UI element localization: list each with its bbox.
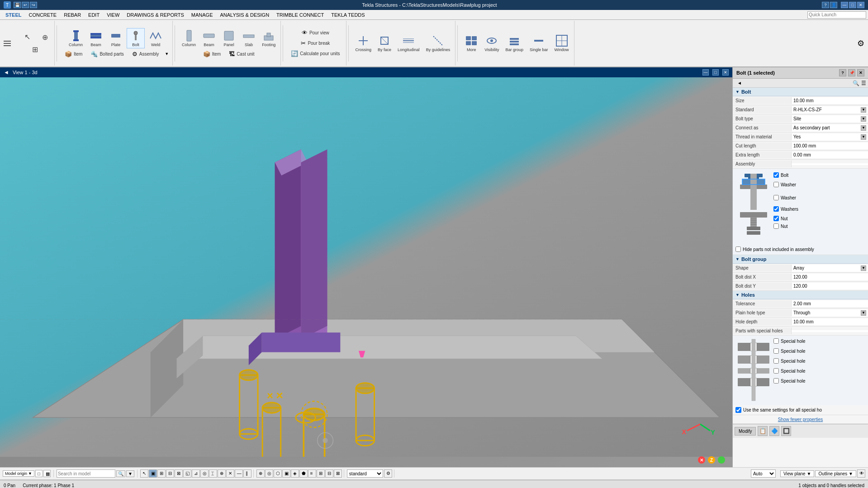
search-btn[interactable]: 🔍 — [116, 470, 125, 477]
menu-analysis[interactable]: ANALYSIS & DESIGN — [217, 11, 273, 19]
tool-btn-7[interactable]: ≡ — [308, 469, 316, 478]
sel-btn-7[interactable]: ⊿ — [192, 469, 200, 478]
select-tool2-btn[interactable]: ⊕ — [38, 32, 52, 43]
sel-btn-10[interactable]: ⊕ — [218, 469, 226, 478]
sel-btn-9[interactable]: ⌶ — [209, 469, 217, 478]
special-hole-1-checkbox[interactable] — [773, 338, 779, 344]
auto-dropdown[interactable]: Auto — [751, 469, 776, 478]
menu-manage[interactable]: MANAGE — [188, 11, 217, 19]
bar-group-btn[interactable]: Bar group — [503, 33, 526, 53]
viewport-restore[interactable]: □ — [712, 69, 719, 76]
washers-checkbox[interactable] — [773, 206, 779, 212]
thread-value[interactable]: Yes ▼ — [792, 133, 868, 141]
sel-btn-5[interactable]: ⊠ — [175, 469, 183, 478]
undo-btn[interactable]: ↩ — [22, 2, 29, 8]
select-tool-btn[interactable]: ↖ — [18, 31, 36, 43]
panel-close-icon[interactable]: ✕ — [857, 69, 864, 76]
menu-concrete[interactable]: CONCRETE — [25, 11, 60, 19]
sel-btn-13[interactable]: ∥ — [243, 469, 251, 478]
tool-btn-4[interactable]: ▣ — [282, 469, 290, 478]
special-hole-2-checkbox[interactable] — [773, 348, 779, 354]
hamburger-menu[interactable] — [2, 39, 13, 48]
tool-btn-10[interactable]: ⊠ — [334, 469, 342, 478]
connect-as-dropdown[interactable]: ▼ — [861, 125, 866, 131]
crossing-btn[interactable]: Crossing — [353, 33, 374, 53]
cast-unit-btn[interactable]: 🏗 Cast unit — [226, 49, 257, 59]
modify-btn[interactable]: Modify — [735, 427, 756, 436]
pour-break-btn[interactable]: ✂ Pour break — [298, 38, 333, 48]
plain-hole-dropdown[interactable]: ▼ — [861, 310, 866, 316]
search-model-input[interactable] — [57, 469, 115, 478]
special-hole-3-checkbox[interactable] — [773, 358, 779, 364]
washer1-checkbox[interactable] — [773, 182, 779, 187]
model-origin-btn[interactable]: Model origin ▼ — [3, 470, 34, 477]
tool-btn-6[interactable]: ⬟ — [299, 469, 308, 478]
view-plane-btn[interactable]: View plane ▼ — [780, 470, 814, 477]
menu-tedds[interactable]: TEKLA TEDDS — [327, 11, 368, 19]
sel-btn-3[interactable]: ⊞ — [157, 469, 166, 478]
bolt-section-header[interactable]: ▼ Bolt — [733, 88, 868, 96]
sel-btn-6[interactable]: ◱ — [183, 469, 191, 478]
panel-search-icon[interactable]: 🔍 — [853, 80, 859, 86]
beam-btn[interactable]: Beam — [87, 28, 105, 48]
connect-as-value[interactable]: As secondary part ▼ — [792, 124, 868, 132]
plain-hole-type-value[interactable]: Through ▼ — [792, 309, 868, 317]
viewport-nav-left[interactable]: ◄ — [4, 69, 9, 76]
search-options-btn[interactable]: ▼ — [126, 470, 134, 477]
panel-action-icon-3[interactable]: 🔲 — [781, 426, 791, 436]
bolt-group-section-header[interactable]: ▼ Bolt group — [733, 255, 868, 264]
special-hole-4-checkbox[interactable] — [773, 368, 779, 374]
quick-launch-input[interactable] — [807, 11, 866, 19]
bolt-type-dropdown[interactable]: ▼ — [861, 116, 866, 122]
weld-btn[interactable]: Weld — [147, 28, 165, 48]
expand-btn[interactable]: ▼ — [164, 51, 170, 57]
slab-btn[interactable]: Slab — [240, 28, 258, 48]
thread-dropdown[interactable]: ▼ — [861, 134, 866, 140]
tool-btn-2[interactable]: ◎ — [265, 469, 273, 478]
standard-dropdown[interactable]: ▼ — [861, 107, 866, 113]
panel-nav-left[interactable]: ◄ — [735, 80, 745, 86]
window-btn[interactable]: Window — [552, 33, 571, 53]
item-concrete-btn[interactable]: 📦 Item — [200, 49, 224, 59]
panel-action-icon-2[interactable]: 🔷 — [769, 426, 779, 436]
single-bar-btn[interactable]: Single bar — [527, 33, 550, 53]
nut1-checkbox[interactable] — [773, 216, 779, 221]
viewport-minimize[interactable]: — — [702, 69, 709, 76]
user-btn[interactable]: 👤 — [830, 2, 837, 8]
tool-btn-3[interactable]: ⬡ — [274, 469, 282, 478]
bolt-type-value[interactable]: Site ▼ — [792, 115, 868, 123]
view-grid-btn2[interactable]: ▦ — [43, 470, 51, 477]
holes-section-header[interactable]: ▼ Holes — [733, 291, 868, 299]
close-btn[interactable]: ✕ — [857, 2, 864, 8]
panel-btn[interactable]: Panel — [220, 28, 238, 48]
sel-btn-11[interactable]: ✕ — [226, 469, 234, 478]
nut2-checkbox[interactable] — [773, 223, 779, 229]
bolted-parts-btn[interactable]: 🔩 Bolted parts — [87, 49, 127, 59]
maximize-btn[interactable]: □ — [849, 2, 856, 8]
by-face-btn[interactable]: By face — [375, 33, 394, 53]
tool-btn-5[interactable]: ◈ — [291, 469, 299, 478]
panel-action-icon-1[interactable]: 📋 — [758, 426, 768, 436]
longitudinal-btn[interactable]: Longitudinal — [395, 33, 422, 53]
panel-help-icon[interactable]: ? — [839, 69, 846, 76]
tool-btn-9[interactable]: ⊟ — [325, 469, 333, 478]
use-same-settings-checkbox[interactable] — [735, 407, 741, 413]
tool-btn-1[interactable]: ⊕ — [256, 469, 265, 478]
special-hole-5-checkbox[interactable] — [773, 378, 779, 384]
plate-btn[interactable]: Plate — [107, 28, 125, 48]
help-btn[interactable]: ? — [822, 2, 829, 8]
hide-parts-checkbox[interactable] — [735, 246, 741, 252]
outline-planes-btn[interactable]: Outline planes ▼ — [815, 470, 856, 477]
3d-viewport[interactable]: ◄ View 1 - 3d — □ ✕ — [0, 67, 732, 467]
select-all-btn[interactable]: ↖ — [140, 469, 148, 478]
concrete-column-btn[interactable]: Column — [180, 28, 198, 48]
pour-view-btn[interactable]: 👁 Pour view — [299, 28, 332, 38]
select-filter-btn[interactable]: ▣ — [149, 469, 157, 478]
sel-btn-12[interactable]: — — [235, 469, 243, 478]
menu-view[interactable]: VIEW — [103, 11, 123, 19]
assembly-btn[interactable]: ⚙ Assembly — [129, 49, 162, 59]
shape-dropdown[interactable]: ▼ — [861, 265, 866, 271]
visibility-btn[interactable]: Visibility — [482, 33, 501, 53]
washer2-checkbox[interactable] — [773, 195, 779, 200]
minimize-btn[interactable]: — — [841, 2, 848, 8]
